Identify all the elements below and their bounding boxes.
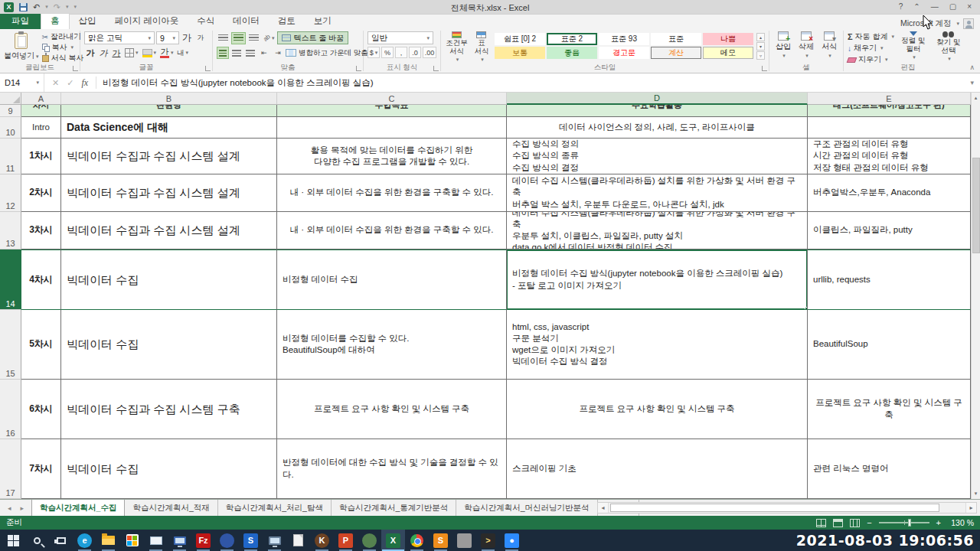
sheet-nav-left-icon[interactable]: ◂: [8, 504, 11, 512]
cell-E12[interactable]: 버추얼박스,우분투, Anaconda: [808, 174, 971, 212]
ribbon-tab-7[interactable]: 보기: [305, 14, 341, 29]
font-size-select[interactable]: 9▾: [156, 31, 179, 44]
app-circle-icon[interactable]: [215, 530, 239, 551]
comma-style-button[interactable]: ,: [395, 47, 407, 58]
cell-D13[interactable]: 데이터 수집 시스템(클라우데라하둡) 설치를 위한 가상화 및 서버 환경 구…: [507, 212, 808, 249]
ribbon-tab-2[interactable]: 삽입: [70, 14, 106, 29]
zoom-app-icon[interactable]: ●: [500, 530, 524, 551]
zoom-slider[interactable]: [879, 522, 929, 523]
cancel-icon[interactable]: ✕: [52, 78, 59, 88]
font-color-button[interactable]: 가▾: [158, 47, 175, 59]
undo-dropdown-icon[interactable]: ▾: [45, 4, 48, 10]
cell-E14[interactable]: urllib, requests: [808, 249, 971, 310]
row-header-17[interactable]: 17: [0, 439, 21, 499]
page-layout-view-icon[interactable]: [833, 519, 843, 527]
cell-style-7[interactable]: 경고문: [599, 47, 649, 59]
row-header-9[interactable]: 9: [0, 105, 21, 117]
filezilla-icon[interactable]: Fz: [191, 530, 215, 551]
align-middle-button[interactable]: [231, 32, 246, 44]
cell-E15[interactable]: BeautifulSoup: [808, 310, 971, 380]
cell-D11[interactable]: 수집 방식의 정의 수집 방식의 종류 수집 방식의 결정: [507, 139, 808, 174]
undo-button[interactable]: ↶: [33, 3, 40, 11]
shrink-font-button[interactable]: 가: [194, 32, 207, 44]
save-icon[interactable]: [19, 3, 28, 11]
merge-center-button[interactable]: 병합하고 가운데 맞춤▾: [286, 47, 374, 59]
cut-button[interactable]: ✂잘라내기: [42, 31, 84, 42]
vm-icon[interactable]: [452, 530, 476, 551]
gallery-up-icon[interactable]: ▴: [756, 33, 765, 41]
wrap-text-button[interactable]: 텍스트 줄 바꿈: [277, 31, 348, 44]
remote-desktop-icon[interactable]: [168, 530, 191, 551]
italic-button[interactable]: 가: [97, 47, 109, 59]
enter-icon[interactable]: ✓: [67, 78, 74, 88]
zoom-level[interactable]: 130 %: [948, 518, 974, 527]
store-icon[interactable]: [120, 530, 144, 551]
cell-style-0[interactable]: 쉼표 [0] 2: [495, 33, 545, 45]
sheet-nav-right-icon[interactable]: ▸: [21, 504, 24, 512]
row-header-13[interactable]: 13: [0, 212, 21, 249]
cell-A13[interactable]: 3차시: [21, 212, 61, 249]
start-button[interactable]: [2, 530, 25, 551]
ribbon-display-options-button[interactable]: ⌃: [913, 3, 920, 11]
close-button[interactable]: ×: [967, 3, 972, 11]
sheet-tab-1[interactable]: 학습시간계획서_적재: [125, 500, 217, 516]
horizontal-scrollbar[interactable]: ◂ ▸: [597, 502, 977, 514]
cell-style-1[interactable]: 표준 2: [547, 33, 597, 45]
ribbon-tab-0[interactable]: 파일: [0, 14, 41, 29]
collapse-ribbon-icon[interactable]: ∧: [969, 64, 975, 71]
cell-C15[interactable]: 비정형 데이터를 수집할 수 있다. BeautifulSoup에 대하여: [277, 310, 507, 380]
ribbon-tab-3[interactable]: 페이지 레이아웃: [106, 14, 188, 29]
align-top-button[interactable]: [217, 32, 230, 44]
row-header-11[interactable]: 11: [0, 139, 21, 174]
cell-D12[interactable]: 데이터 수집 시스템(클라우데라하둡) 설치를 위한 가상화 및 서버 환경 구…: [507, 174, 808, 212]
row-header-12[interactable]: 12: [0, 174, 21, 212]
cell-A14[interactable]: 4차시: [21, 249, 61, 310]
number-dialog-launcher[interactable]: [433, 66, 439, 71]
zoom-out-icon[interactable]: −: [867, 518, 871, 527]
cell-D15[interactable]: html, css, javascript 구문 분석기 wget으로 이미지 …: [507, 310, 808, 380]
cell-A12[interactable]: 2차시: [21, 174, 61, 212]
sharex-icon[interactable]: S: [239, 530, 263, 551]
increase-indent-button[interactable]: ⇥: [272, 47, 284, 59]
cell-A10[interactable]: Intro: [21, 117, 61, 139]
minimize-button[interactable]: —: [931, 3, 939, 11]
excel-icon[interactable]: X: [381, 530, 405, 551]
horizontal-scroll-thumb[interactable]: [610, 504, 939, 512]
underline-button[interactable]: 가: [110, 47, 122, 59]
ribbon-tab-5[interactable]: 데이터: [224, 14, 269, 29]
insert-cells-button[interactable]: + 삽입▾: [773, 31, 793, 63]
cell-E17[interactable]: 관련 리눅스 명령어: [808, 439, 971, 499]
cell-C14[interactable]: 비정형 데이터 수집: [277, 249, 507, 310]
gallery-more-icon[interactable]: ▿: [756, 51, 765, 60]
cell-D17[interactable]: 스크레이핑 기초: [507, 439, 808, 499]
name-box[interactable]: D14▾: [0, 73, 44, 92]
search-icon[interactable]: [25, 530, 49, 551]
restore-button[interactable]: ▢: [949, 3, 956, 11]
find-select-button[interactable]: 찾기 및 선택▾: [933, 31, 965, 63]
cell-B17[interactable]: 빅데이터 수집: [61, 439, 277, 499]
scroll-up-icon[interactable]: ▴: [972, 93, 980, 103]
fill-button[interactable]: ↓채우기▾: [848, 43, 894, 54]
redo-dropdown-icon[interactable]: ▾: [66, 4, 69, 10]
number-format-select[interactable]: 일반▾: [368, 31, 433, 44]
cell-C11[interactable]: 활용 목적에 맞는 데이터를 수집하기 위한 다양한 수집 프로그램을 개발할 …: [277, 139, 507, 174]
row-header-10[interactable]: 10: [0, 117, 21, 139]
hscroll-right-icon[interactable]: ▸: [965, 503, 976, 513]
name-box-dropdown-icon[interactable]: ▾: [36, 80, 39, 86]
formula-input[interactable]: 비정형 데이터 수집 방식(jupyter notebook을 이용한 스크레이…: [96, 77, 970, 89]
cell-C12[interactable]: 내 · 외부 데이터 수집을 위한 환경을 구축할 수 있다.: [277, 174, 507, 212]
cell-style-4[interactable]: 나쁨: [703, 33, 753, 45]
my-pc-icon[interactable]: [263, 530, 286, 551]
column-header-C[interactable]: C: [277, 93, 507, 105]
cell-B14[interactable]: 빅데이터 수집: [61, 249, 277, 310]
cell-C16[interactable]: 프로젝트 요구 사항 확인 및 시스템 구축: [277, 380, 507, 439]
insert-function-icon[interactable]: fx: [81, 77, 88, 89]
cell-B10[interactable]: Data Science에 대해: [61, 117, 277, 139]
cell-C9[interactable]: 수업목표: [277, 105, 507, 117]
cell-A11[interactable]: 1차시: [21, 139, 61, 174]
cell-A9[interactable]: 차시: [21, 105, 61, 117]
align-bottom-button[interactable]: [247, 32, 260, 44]
phonetic-button[interactable]: 내▾: [176, 47, 191, 59]
document-icon[interactable]: [286, 530, 310, 551]
task-view-icon[interactable]: [49, 530, 73, 551]
